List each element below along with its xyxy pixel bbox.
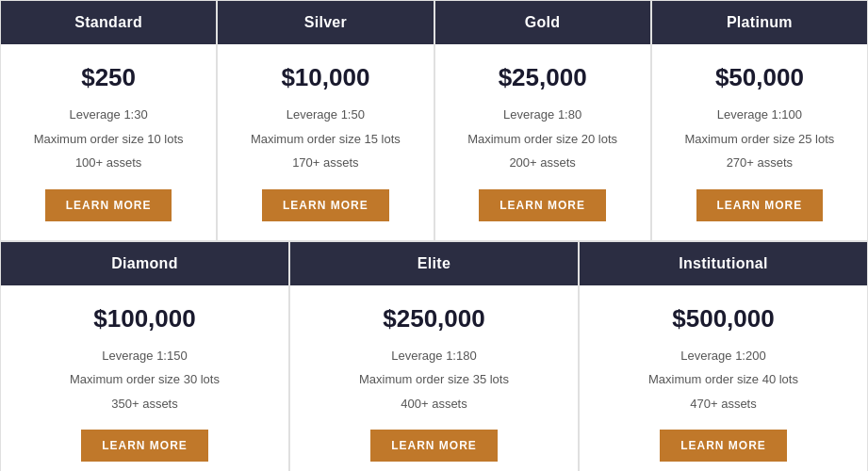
card-assets-institutional: 470+ assets: [690, 395, 756, 414]
card-order-size-gold: Maximum order size 20 lots: [467, 130, 617, 149]
card-silver: Silver$10,000Leverage 1:50Maximum order …: [217, 0, 434, 241]
card-institutional: Institutional$500,000Leverage 1:200Maxim…: [579, 241, 868, 472]
card-header-institutional: Institutional: [580, 242, 867, 285]
card-amount-diamond: $100,000: [93, 304, 195, 333]
top-grid: Standard$250Leverage 1:30Maximum order s…: [0, 0, 868, 241]
card-assets-diamond: 350+ assets: [111, 395, 177, 414]
bottom-grid: Diamond$100,000Leverage 1:150Maximum ord…: [0, 241, 868, 472]
card-header-platinum: Platinum: [652, 1, 867, 44]
card-amount-standard: $250: [81, 63, 136, 92]
page-wrapper: Standard$250Leverage 1:30Maximum order s…: [0, 0, 868, 471]
card-amount-gold: $25,000: [499, 63, 587, 92]
card-header-silver: Silver: [218, 1, 433, 44]
card-amount-platinum: $50,000: [715, 63, 804, 92]
card-leverage-elite: Leverage 1:180: [391, 347, 476, 365]
card-leverage-gold: Leverage 1:80: [503, 106, 581, 124]
card-elite: Elite$250,000Leverage 1:180Maximum order…: [289, 241, 579, 472]
learn-more-button-diamond[interactable]: LEARN MORE: [81, 430, 208, 462]
card-assets-elite: 400+ assets: [401, 395, 467, 414]
card-gold: Gold$25,000Leverage 1:80Maximum order si…: [434, 0, 651, 241]
learn-more-button-elite[interactable]: LEARN MORE: [370, 430, 498, 462]
card-order-size-standard: Maximum order size 10 lots: [34, 130, 184, 149]
card-leverage-institutional: Leverage 1:200: [680, 347, 765, 365]
card-assets-standard: 100+ assets: [75, 154, 141, 172]
card-standard: Standard$250Leverage 1:30Maximum order s…: [0, 0, 217, 241]
card-amount-silver: $10,000: [281, 63, 369, 92]
card-amount-elite: $250,000: [383, 304, 484, 333]
learn-more-button-institutional[interactable]: LEARN MORE: [660, 430, 787, 462]
card-assets-silver: 170+ assets: [292, 154, 358, 172]
card-header-diamond: Diamond: [1, 242, 288, 285]
card-order-size-silver: Maximum order size 15 lots: [251, 130, 401, 149]
card-leverage-diamond: Leverage 1:150: [102, 347, 187, 365]
card-leverage-silver: Leverage 1:50: [287, 106, 365, 124]
card-order-size-platinum: Maximum order size 25 lots: [684, 130, 834, 149]
learn-more-button-gold[interactable]: LEARN MORE: [479, 189, 606, 221]
learn-more-button-standard[interactable]: LEARN MORE: [45, 189, 172, 221]
learn-more-button-platinum[interactable]: LEARN MORE: [696, 189, 824, 221]
card-assets-platinum: 270+ assets: [727, 154, 793, 172]
card-order-size-diamond: Maximum order size 30 lots: [70, 370, 220, 389]
learn-more-button-silver[interactable]: LEARN MORE: [262, 189, 389, 221]
card-platinum: Platinum$50,000Leverage 1:100Maximum ord…: [651, 0, 868, 241]
card-leverage-standard: Leverage 1:30: [70, 106, 148, 124]
card-leverage-platinum: Leverage 1:100: [717, 106, 802, 124]
card-order-size-institutional: Maximum order size 40 lots: [648, 370, 798, 389]
card-header-standard: Standard: [1, 1, 216, 44]
card-diamond: Diamond$100,000Leverage 1:150Maximum ord…: [0, 241, 289, 472]
card-amount-institutional: $500,000: [672, 304, 774, 333]
card-header-elite: Elite: [290, 242, 578, 285]
card-header-gold: Gold: [435, 1, 650, 44]
card-assets-gold: 200+ assets: [509, 154, 575, 172]
card-order-size-elite: Maximum order size 35 lots: [359, 370, 509, 389]
